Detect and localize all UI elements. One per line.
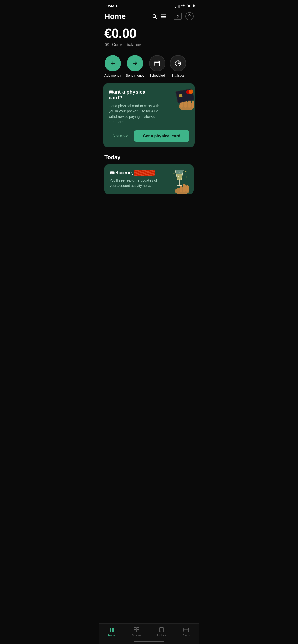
plus-icon — [110, 60, 116, 66]
svg-point-20 — [180, 172, 180, 173]
header: Home ? — [99, 10, 199, 24]
banner-title: Want a physical card? — [109, 89, 161, 101]
svg-rect-18 — [177, 185, 182, 186]
balance-label: Current balance — [112, 42, 141, 47]
scheduled-circle — [149, 55, 165, 71]
status-time: 20:43 — [104, 4, 118, 8]
scheduled-label: Scheduled — [149, 74, 165, 77]
svg-point-1 — [106, 44, 108, 46]
scheduled-button[interactable]: Scheduled — [149, 55, 165, 77]
champagne-illustration: ✦ ✦ ✦ — [168, 169, 191, 194]
add-money-button[interactable]: Add money — [104, 55, 121, 77]
signal-icon — [175, 4, 180, 8]
search-icon[interactable] — [152, 13, 157, 19]
send-money-circle — [127, 55, 143, 71]
welcome-prefix: Welcome, — [110, 170, 133, 176]
svg-point-0 — [105, 43, 109, 46]
banner-text: Want a physical card? Get a physical car… — [109, 89, 161, 125]
svg-rect-2 — [155, 61, 160, 66]
status-bar: 20:43 — [99, 0, 199, 10]
welcome-card: Welcome, You'll see real-time updates of… — [104, 164, 194, 194]
today-section: Today Welcome, You'll see real-time upda… — [99, 152, 199, 198]
welcome-description: You'll see real-time updates of your acc… — [110, 178, 161, 188]
calendar-icon — [154, 60, 160, 67]
statistics-button[interactable]: Statistics — [170, 55, 186, 77]
not-now-button[interactable]: Not now — [109, 131, 132, 141]
arrow-right-icon — [132, 60, 138, 66]
menu-icon[interactable] — [161, 13, 166, 19]
svg-text:✦: ✦ — [186, 176, 187, 178]
svg-rect-7 — [192, 101, 194, 108]
svg-point-19 — [178, 176, 179, 177]
battery-icon — [187, 4, 194, 7]
get-physical-card-button[interactable]: Get a physical card — [134, 130, 189, 142]
location-icon — [115, 4, 118, 7]
svg-text:✦: ✦ — [173, 172, 175, 175]
today-label: Today — [104, 154, 194, 161]
card-hand-illustration — [166, 85, 195, 110]
header-actions: ? — [152, 12, 194, 20]
redacted-name — [134, 170, 155, 176]
header-divider — [170, 13, 170, 19]
statistics-label: Statistics — [171, 74, 185, 77]
support-icon[interactable]: ? — [174, 13, 182, 20]
svg-text:✦: ✦ — [185, 170, 187, 173]
svg-point-21 — [181, 175, 182, 175]
balance-section: €0.00 Current balance — [99, 24, 199, 51]
physical-card-banner: Want a physical card? Get a physical car… — [103, 83, 195, 147]
svg-rect-16 — [186, 185, 189, 192]
wifi-icon — [181, 4, 185, 7]
send-money-label: Send money — [126, 74, 144, 77]
banner-actions: Not now Get a physical card — [109, 130, 189, 142]
action-buttons: Add money Send money Scheduled Statistic… — [99, 51, 199, 82]
page-title: Home — [104, 12, 126, 21]
add-money-label: Add money — [104, 74, 121, 77]
balance-label-row: Current balance — [104, 42, 194, 47]
status-icons — [175, 4, 194, 8]
eye-icon[interactable] — [104, 43, 110, 47]
send-money-button[interactable]: Send money — [126, 55, 144, 77]
statistics-circle — [170, 55, 186, 71]
profile-icon[interactable] — [185, 12, 194, 20]
chart-icon — [175, 60, 181, 67]
svg-rect-15 — [183, 184, 186, 192]
balance-amount: €0.00 — [104, 26, 194, 41]
add-money-circle — [105, 55, 121, 71]
svg-rect-17 — [179, 179, 180, 186]
banner-description: Get a physical card to carry with you in… — [109, 103, 161, 125]
